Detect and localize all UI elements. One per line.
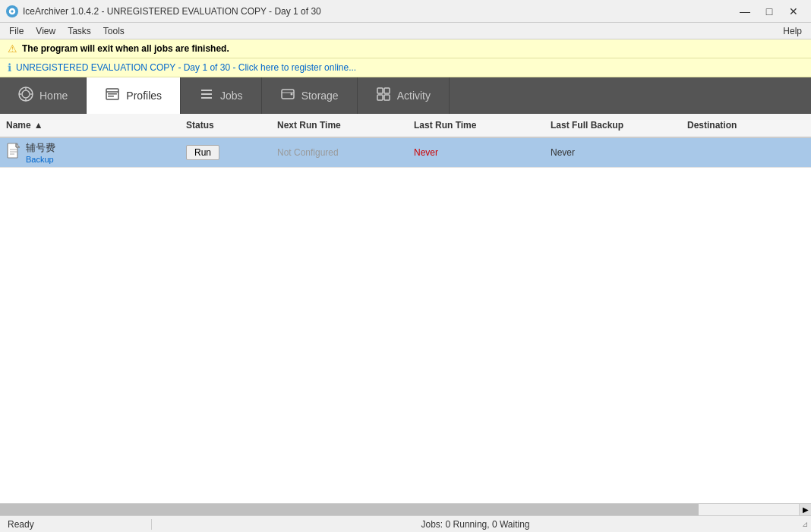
scroll-thumb[interactable]	[0, 504, 699, 515]
home-icon	[18, 87, 33, 105]
menu-help[interactable]: Help	[777, 24, 808, 38]
resize-handle[interactable]: ⊿	[799, 518, 811, 530]
cell-destination	[681, 150, 811, 156]
register-link[interactable]: UNREGISTERED EVALUATION COPY - Day 1 of …	[16, 62, 356, 73]
svg-rect-18	[384, 88, 390, 93]
svg-point-15	[290, 93, 292, 95]
info-icon: ℹ	[8, 61, 11, 74]
profiles-icon	[105, 87, 120, 105]
table-header: Name ▲ Status Next Run Time Last Run Tim…	[0, 114, 811, 138]
jobs-icon	[199, 87, 214, 105]
svg-rect-20	[384, 95, 390, 100]
col-last-full[interactable]: Last Full Backup	[544, 117, 681, 134]
tab-bar: Home Profiles Jobs Storage Activity	[0, 77, 811, 114]
cell-last-run: Never	[408, 144, 544, 161]
svg-rect-17	[377, 88, 383, 93]
activity-icon	[376, 87, 391, 105]
col-destination[interactable]: Destination	[681, 117, 811, 134]
svg-rect-19	[377, 95, 383, 100]
title-bar-left: IceArchiver 1.0.4.2 - UNREGISTERED EVALU…	[6, 5, 321, 17]
sort-asc-icon: ▲	[34, 120, 43, 131]
profile-type: Backup	[26, 155, 55, 164]
status-jobs: Jobs: 0 Running, 0 Waiting	[152, 519, 799, 530]
cell-next-run: Not Configured	[271, 144, 408, 161]
tab-home-label: Home	[39, 90, 68, 102]
tab-storage[interactable]: Storage	[262, 77, 358, 114]
profile-file-icon	[6, 143, 21, 163]
content-area: Name ▲ Status Next Run Time Last Run Tim…	[0, 114, 811, 503]
status-bar: Ready Jobs: 0 Running, 0 Waiting ⊿	[0, 515, 811, 532]
tab-storage-label: Storage	[301, 90, 339, 102]
scroll-track[interactable]	[12, 504, 799, 515]
tab-home[interactable]: Home	[0, 77, 87, 114]
run-button[interactable]: Run	[186, 145, 219, 160]
menu-file[interactable]: File	[3, 24, 30, 38]
menu-bar: File View Tasks Tools Help	[0, 23, 811, 39]
info-banner[interactable]: ℹ UNREGISTERED EVALUATION COPY - Day 1 o…	[0, 58, 811, 77]
table-body: 辅号费 Backup Run Not Configured Never Neve…	[0, 138, 811, 503]
window-title: IceArchiver 1.0.4.2 - UNREGISTERED EVALU…	[23, 6, 321, 17]
warning-banner: ⚠ The program will exit when all jobs ar…	[0, 39, 811, 58]
menu-tasks[interactable]: Tasks	[62, 24, 97, 38]
tab-activity-label: Activity	[397, 90, 431, 102]
cell-status: Run	[180, 142, 271, 163]
col-status[interactable]: Status	[180, 117, 271, 134]
cell-last-full: Never	[544, 144, 681, 161]
table-row[interactable]: 辅号费 Backup Run Not Configured Never Neve…	[0, 138, 811, 168]
close-button[interactable]: ✕	[782, 3, 805, 20]
svg-point-2	[22, 90, 30, 98]
tab-profiles[interactable]: Profiles	[87, 77, 181, 114]
svg-rect-9	[108, 93, 117, 95]
svg-rect-10	[108, 96, 114, 97]
warning-icon: ⚠	[8, 42, 17, 55]
col-last-run[interactable]: Last Run Time	[408, 117, 544, 134]
warning-text: The program will exit when all jobs are …	[22, 43, 229, 54]
profile-name: 辅号费	[26, 141, 55, 155]
tab-jobs[interactable]: Jobs	[181, 77, 262, 114]
tab-profiles-label: Profiles	[126, 90, 162, 102]
app-icon	[6, 5, 18, 17]
horizontal-scrollbar[interactable]: ◀ ▶	[0, 503, 811, 515]
title-bar: IceArchiver 1.0.4.2 - UNREGISTERED EVALU…	[0, 0, 811, 23]
maximize-button[interactable]: □	[758, 3, 781, 20]
menu-tools[interactable]: Tools	[97, 24, 131, 38]
cell-name: 辅号费 Backup	[0, 138, 180, 167]
tab-activity[interactable]: Activity	[358, 77, 450, 114]
minimize-button[interactable]: —	[734, 3, 756, 20]
menu-view[interactable]: View	[30, 24, 62, 38]
storage-icon	[280, 87, 295, 105]
scroll-right-button[interactable]: ▶	[799, 504, 811, 516]
col-name[interactable]: Name ▲	[0, 117, 180, 134]
tab-jobs-label: Jobs	[220, 90, 243, 102]
col-next-run[interactable]: Next Run Time	[271, 117, 408, 134]
window-controls: — □ ✕	[734, 3, 805, 20]
status-ready: Ready	[0, 519, 152, 530]
